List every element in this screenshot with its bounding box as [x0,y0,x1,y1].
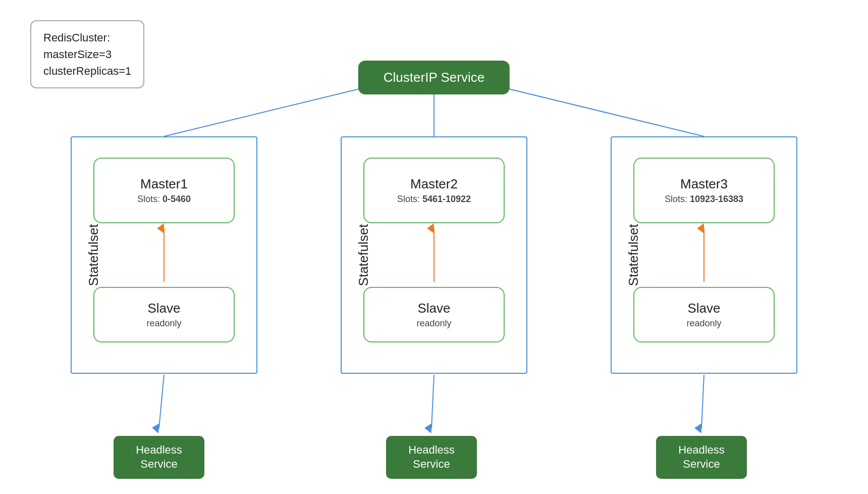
slave1-title: Slave [147,301,180,316]
statefulset-box-left: Statefulset Master1 Slots: 0-5460 Slave … [71,136,257,374]
config-line2: clusterReplicas=1 [43,63,131,79]
arrow-right-to-clusterip [505,88,704,136]
master-node-center: Master2 Slots: 5461-10922 [363,158,505,223]
config-title: RedisCluster: [43,29,131,46]
diagram-container: RedisCluster: masterSize=3 clusterReplic… [0,0,868,494]
statefulset-label-left: Statefulset [86,224,101,286]
slave-node-left: Slave readonly [93,287,235,342]
arrow-left-to-headless [159,375,164,428]
slave3-subtitle: readonly [686,318,721,329]
slave2-title: Slave [417,301,450,316]
config-line1: masterSize=3 [43,46,131,63]
arrow-center-to-headless [431,375,434,428]
arrow-left-to-clusterip [164,88,363,136]
master-node-right: Master3 Slots: 10923-16383 [633,158,775,223]
slave-node-right: Slave readonly [633,287,775,342]
statefulset-label-center: Statefulset [356,224,371,286]
slave-node-center: Slave readonly [363,287,505,342]
slave1-subtitle: readonly [146,318,181,329]
slave2-subtitle: readonly [416,318,451,329]
config-box: RedisCluster: masterSize=3 clusterReplic… [30,20,144,88]
arrow-right-to-headless [701,375,704,428]
master1-title: Master1 [140,176,188,192]
statefulset-box-center: Statefulset Master2 Slots: 5461-10922 Sl… [341,136,527,374]
headless-service-center: HeadlessService [386,436,477,479]
statefulset-box-right: Statefulset Master3 Slots: 10923-16383 S… [611,136,797,374]
master2-title: Master2 [410,176,458,192]
headless-service-left: HeadlessService [114,436,204,479]
headless-service-right: HeadlessService [656,436,747,479]
clusterip-service: ClusterIP Service [358,61,510,94]
master3-slots: Slots: 10923-16383 [665,194,743,205]
master2-slots: Slots: 5461-10922 [397,194,471,205]
statefulset-label-right: Statefulset [626,224,641,286]
master-node-left: Master1 Slots: 0-5460 [93,158,235,223]
master3-title: Master3 [680,176,728,192]
slave3-title: Slave [687,301,720,316]
master1-slots: Slots: 0-5460 [137,194,191,205]
